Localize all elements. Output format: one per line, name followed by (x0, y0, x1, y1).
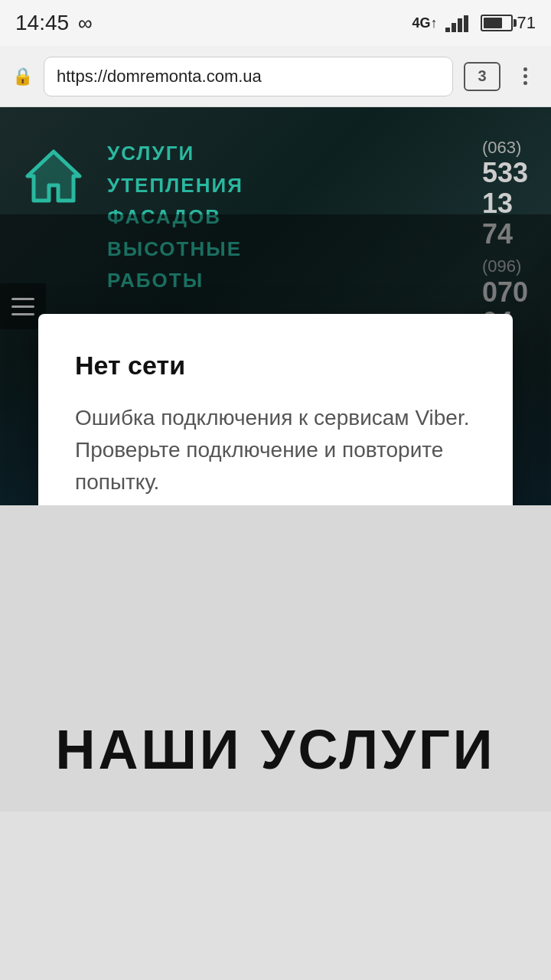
website-content: УСЛУГИ УТЕПЛЕНИЯ ФАСАДОВ ВЫСОТНЫЕ РАБОТЫ… (0, 107, 551, 812)
browser-bar: 🔒 https://domremonta.com.ua 3 (0, 46, 551, 107)
lower-section: НАШИ УСЛУГИ (0, 505, 551, 812)
hero-section: УСЛУГИ УТЕПЛЕНИЯ ФАСАДОВ ВЫСОТНЫЕ РАБОТЫ… (0, 107, 551, 505)
battery-percent: 71 (517, 13, 536, 33)
battery-icon (481, 15, 513, 31)
url-text: https://domremonta.com.ua (57, 67, 262, 87)
svg-rect-3 (464, 15, 468, 32)
battery-container: 71 (481, 13, 536, 33)
status-bar-right: 4G↑ 71 (412, 13, 536, 33)
svg-rect-0 (445, 28, 450, 32)
tabs-button[interactable]: 3 (464, 62, 500, 91)
signal-bars-icon (445, 14, 473, 32)
dialog-overlay: Нет сети Ошибка подключения к сервисам V… (0, 214, 551, 505)
lock-icon: 🔒 (12, 67, 33, 87)
status-bar: 14:45 ∞ 4G↑ 71 (0, 0, 551, 46)
more-dot-2 (523, 74, 527, 78)
svg-rect-1 (452, 23, 456, 32)
svg-rect-2 (458, 18, 462, 32)
more-dot-3 (523, 81, 527, 85)
status-infinity: ∞ (78, 11, 93, 35)
url-bar[interactable]: https://domremonta.com.ua (44, 57, 453, 96)
status-time: 14:45 (15, 11, 69, 35)
services-heading: НАШИ УСЛУГИ (56, 718, 496, 781)
nav-item-services[interactable]: УСЛУГИ (107, 138, 528, 170)
status-4g-icon: 4G↑ (412, 15, 438, 31)
nav-item-insulation[interactable]: УТЕПЛЕНИЯ (107, 170, 528, 202)
phone-prefix-1: (063) (482, 138, 528, 158)
svg-marker-5 (28, 152, 80, 201)
battery-fill (484, 18, 502, 28)
error-dialog: Нет сети Ошибка подключения к сервисам V… (38, 314, 513, 505)
more-menu-button[interactable] (511, 67, 539, 85)
more-dot-1 (523, 67, 527, 71)
site-logo (23, 145, 84, 210)
status-bar-left: 14:45 ∞ (15, 11, 93, 35)
dialog-message: Ошибка подключения к сервисам Viber. Про… (75, 402, 476, 498)
dialog-title: Нет сети (75, 351, 476, 381)
